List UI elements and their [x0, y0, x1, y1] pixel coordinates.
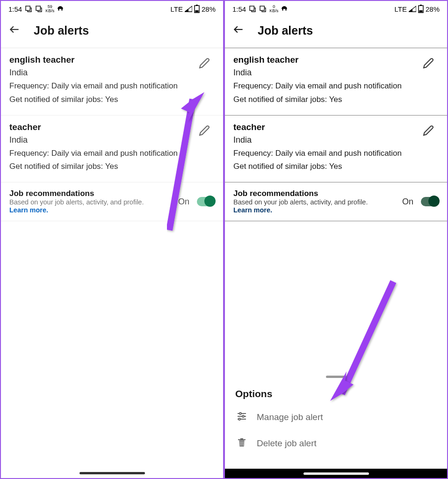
- status-time: 1:54: [8, 5, 22, 13]
- screenshot-icon-2: [259, 5, 267, 13]
- signal-icon: [185, 6, 192, 12]
- option-label: Manage job alert: [257, 412, 323, 422]
- app-header: Job alerts: [225, 15, 447, 48]
- screenshot-icon: [25, 5, 32, 13]
- recommendations-subtitle: Based on your job alerts, activity, and …: [233, 198, 402, 206]
- screenshot-icon-2: [35, 5, 43, 13]
- svg-rect-9: [420, 5, 422, 6]
- alert-location: India: [233, 68, 439, 78]
- status-time: 1:54: [232, 5, 246, 13]
- svg-point-15: [242, 415, 244, 417]
- recommendations-toggle[interactable]: [197, 197, 215, 206]
- trash-icon: [236, 437, 247, 450]
- battery-percent: 28%: [202, 5, 216, 13]
- learn-more-link[interactable]: Learn more.: [233, 206, 272, 214]
- headphones-icon: [57, 6, 64, 12]
- signal-icon: [409, 6, 416, 12]
- edit-icon[interactable]: [199, 125, 210, 138]
- edit-icon[interactable]: [423, 58, 434, 71]
- back-button[interactable]: [232, 23, 245, 37]
- battery-percent: 28%: [426, 5, 440, 13]
- phone-screen-left: 1:54 59 KB/s LTE: [0, 0, 224, 479]
- recommendations-title: Job recommendations: [233, 189, 402, 198]
- page-title: Job alerts: [34, 24, 89, 37]
- data-speed: 0 KB/s: [269, 5, 278, 13]
- alert-location: India: [233, 135, 439, 145]
- recommendations-toggle[interactable]: [421, 197, 439, 206]
- phone-screen-right: 1:54 0 KB/s LTE: [224, 0, 448, 479]
- toggle-state-label: On: [178, 197, 189, 207]
- svg-rect-6: [250, 6, 254, 10]
- alert-notify: Get notified of similar jobs: Yes: [233, 94, 439, 105]
- edit-icon[interactable]: [423, 125, 434, 138]
- toggle-state-label: On: [402, 197, 413, 207]
- svg-point-17: [238, 418, 240, 420]
- sheet-drag-handle[interactable]: [326, 376, 347, 378]
- alert-location: India: [9, 68, 215, 78]
- alert-title: teacher: [233, 122, 439, 132]
- job-recommendations-row: Job recommendations Based on your job al…: [1, 182, 223, 221]
- home-indicator[interactable]: [303, 472, 369, 475]
- alert-title: teacher: [9, 122, 215, 132]
- job-recommendations-row: Job recommendations Based on your job al…: [225, 182, 447, 221]
- svg-rect-7: [260, 6, 264, 10]
- svg-point-13: [239, 413, 241, 414]
- status-bar: 1:54 59 KB/s LTE: [1, 1, 223, 15]
- svg-rect-0: [26, 6, 30, 10]
- app-header: Job alerts: [1, 15, 223, 48]
- alert-notify: Get notified of similar jobs: Yes: [233, 161, 439, 172]
- job-alert-item[interactable]: english teacher India Frequency: Daily v…: [225, 48, 447, 116]
- status-bar: 1:54 0 KB/s LTE: [225, 1, 447, 15]
- alert-notify: Get notified of similar jobs: Yes: [9, 161, 215, 172]
- alert-frequency: Frequency: Daily via email and push noti…: [233, 80, 439, 92]
- option-label: Delete job alert: [257, 438, 317, 449]
- battery-icon: [418, 5, 424, 13]
- options-bottom-sheet: Options Manage job alert Delete job aler…: [225, 369, 447, 469]
- alert-title: english teacher: [233, 55, 439, 65]
- page-title: Job alerts: [258, 24, 313, 37]
- back-button[interactable]: [8, 23, 21, 37]
- alert-frequency: Frequency: Daily via email and push noti…: [9, 80, 215, 92]
- learn-more-link[interactable]: Learn more.: [9, 206, 48, 214]
- network-label: LTE: [171, 5, 183, 13]
- alert-title: english teacher: [9, 55, 215, 65]
- job-alert-item[interactable]: teacher India Frequency: Daily via email…: [225, 116, 447, 183]
- alert-frequency: Frequency: Daily via email and push noti…: [9, 148, 215, 159]
- network-label: LTE: [395, 5, 407, 13]
- recommendations-subtitle: Based on your job alerts, activity, and …: [9, 198, 178, 206]
- svg-rect-10: [419, 10, 422, 12]
- svg-rect-1: [36, 6, 40, 10]
- battery-icon: [194, 5, 200, 13]
- sliders-icon: [236, 411, 247, 424]
- alert-notify: Get notified of similar jobs: Yes: [9, 94, 215, 105]
- manage-job-alert-option[interactable]: Manage job alert: [225, 404, 447, 430]
- recommendations-title: Job recommendations: [9, 189, 178, 198]
- job-alert-item[interactable]: english teacher India Frequency: Daily v…: [1, 48, 223, 116]
- svg-rect-3: [196, 5, 198, 6]
- data-speed: 59 KB/s: [45, 5, 54, 13]
- screenshot-icon: [249, 5, 256, 13]
- job-alert-item[interactable]: teacher India Frequency: Daily via email…: [1, 116, 223, 183]
- alert-frequency: Frequency: Daily via email and push noti…: [233, 148, 439, 159]
- svg-rect-4: [195, 10, 198, 12]
- headphones-icon: [281, 6, 288, 12]
- delete-job-alert-option[interactable]: Delete job alert: [225, 430, 447, 457]
- alert-location: India: [9, 135, 215, 145]
- home-indicator[interactable]: [79, 472, 145, 474]
- edit-icon[interactable]: [199, 58, 210, 71]
- sheet-title: Options: [225, 385, 447, 404]
